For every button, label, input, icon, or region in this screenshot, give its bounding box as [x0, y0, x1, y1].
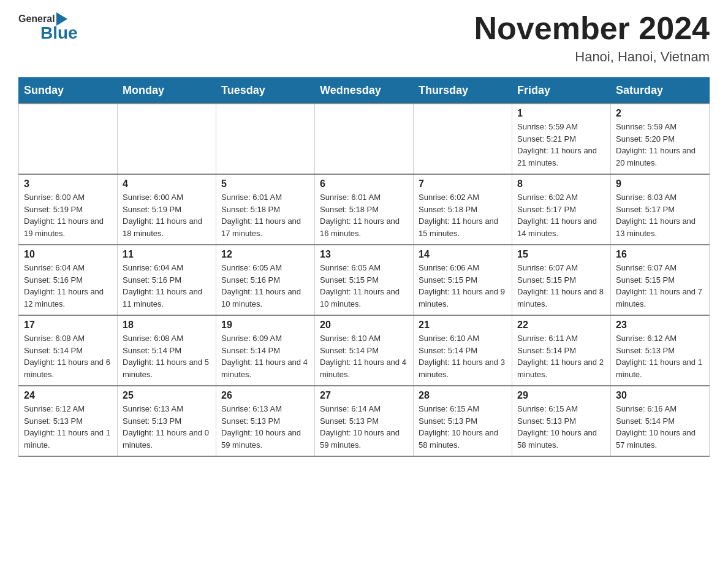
calendar-cell-w3-d2: 11Sunrise: 6:04 AM Sunset: 5:16 PM Dayli… [118, 245, 216, 315]
day-number: 11 [123, 249, 211, 260]
day-number: 5 [221, 178, 309, 190]
day-number: 28 [419, 390, 507, 401]
day-number: 13 [320, 249, 408, 260]
day-info: Sunrise: 6:01 AM Sunset: 5:18 PM Dayligh… [320, 191, 408, 239]
day-info: Sunrise: 6:04 AM Sunset: 5:16 PM Dayligh… [24, 262, 112, 310]
calendar-cell-w3-d1: 10Sunrise: 6:04 AM Sunset: 5:16 PM Dayli… [19, 245, 118, 315]
day-number: 15 [517, 249, 605, 260]
calendar-cell-w4-d1: 17Sunrise: 6:08 AM Sunset: 5:14 PM Dayli… [19, 315, 118, 386]
calendar-cell-w1-d7: 2Sunrise: 5:59 AM Sunset: 5:20 PM Daylig… [611, 104, 710, 174]
day-number: 26 [221, 390, 309, 401]
calendar-cell-w2-d4: 6Sunrise: 6:01 AM Sunset: 5:18 PM Daylig… [315, 174, 414, 245]
calendar-cell-w2-d7: 9Sunrise: 6:03 AM Sunset: 5:17 PM Daylig… [611, 174, 710, 245]
day-number: 12 [221, 249, 309, 260]
calendar-cell-w4-d3: 19Sunrise: 6:09 AM Sunset: 5:14 PM Dayli… [216, 315, 315, 386]
col-sunday: Sunday [19, 78, 118, 104]
day-number: 14 [419, 249, 507, 260]
calendar-cell-w4-d6: 22Sunrise: 6:11 AM Sunset: 5:14 PM Dayli… [512, 315, 611, 386]
day-info: Sunrise: 6:10 AM Sunset: 5:14 PM Dayligh… [419, 332, 507, 380]
week-row-3: 10Sunrise: 6:04 AM Sunset: 5:16 PM Dayli… [19, 245, 710, 315]
calendar-cell-w2-d6: 8Sunrise: 6:02 AM Sunset: 5:17 PM Daylig… [512, 174, 611, 245]
calendar-cell-w1-d1 [19, 104, 118, 174]
week-row-2: 3Sunrise: 6:00 AM Sunset: 5:19 PM Daylig… [19, 174, 710, 245]
day-number: 22 [517, 320, 605, 331]
title-section: November 2024 Hanoi, Hanoi, Vietnam [474, 12, 710, 65]
day-number: 16 [616, 249, 704, 260]
calendar-cell-w4-d5: 21Sunrise: 6:10 AM Sunset: 5:14 PM Dayli… [414, 315, 512, 386]
calendar-cell-w2-d3: 5Sunrise: 6:01 AM Sunset: 5:18 PM Daylig… [216, 174, 315, 245]
week-row-4: 17Sunrise: 6:08 AM Sunset: 5:14 PM Dayli… [19, 315, 710, 386]
calendar-cell-w2-d5: 7Sunrise: 6:02 AM Sunset: 5:18 PM Daylig… [414, 174, 512, 245]
calendar-cell-w1-d3 [216, 104, 315, 174]
calendar-cell-w4-d4: 20Sunrise: 6:10 AM Sunset: 5:14 PM Dayli… [315, 315, 414, 386]
calendar-cell-w3-d3: 12Sunrise: 6:05 AM Sunset: 5:16 PM Dayli… [216, 245, 315, 315]
calendar-cell-w1-d6: 1Sunrise: 5:59 AM Sunset: 5:21 PM Daylig… [512, 104, 611, 174]
logo-blue-text: Blue [40, 23, 78, 43]
day-number: 8 [517, 178, 605, 190]
calendar-table: Sunday Monday Tuesday Wednesday Thursday… [18, 77, 710, 457]
calendar-cell-w3-d7: 16Sunrise: 6:07 AM Sunset: 5:15 PM Dayli… [611, 245, 710, 315]
day-number: 17 [24, 320, 112, 331]
day-number: 9 [616, 178, 704, 190]
col-saturday: Saturday [611, 78, 710, 104]
day-info: Sunrise: 6:15 AM Sunset: 5:13 PM Dayligh… [517, 403, 605, 451]
day-number: 1 [517, 108, 605, 119]
calendar-cell-w5-d4: 27Sunrise: 6:14 AM Sunset: 5:13 PM Dayli… [315, 386, 414, 456]
day-info: Sunrise: 6:09 AM Sunset: 5:14 PM Dayligh… [221, 332, 309, 380]
day-info: Sunrise: 6:16 AM Sunset: 5:14 PM Dayligh… [616, 403, 704, 451]
day-info: Sunrise: 6:04 AM Sunset: 5:16 PM Dayligh… [123, 262, 211, 310]
calendar-cell-w2-d1: 3Sunrise: 6:00 AM Sunset: 5:19 PM Daylig… [19, 174, 118, 245]
day-info: Sunrise: 6:13 AM Sunset: 5:13 PM Dayligh… [221, 403, 309, 451]
page-header: General Blue November 2024 Hanoi, Hanoi,… [18, 12, 710, 65]
calendar-cell-w1-d4 [315, 104, 414, 174]
col-friday: Friday [512, 78, 611, 104]
col-monday: Monday [118, 78, 216, 104]
col-thursday: Thursday [414, 78, 512, 104]
calendar-cell-w5-d2: 25Sunrise: 6:13 AM Sunset: 5:13 PM Dayli… [118, 386, 216, 456]
day-info: Sunrise: 6:05 AM Sunset: 5:16 PM Dayligh… [221, 262, 309, 310]
day-info: Sunrise: 5:59 AM Sunset: 5:20 PM Dayligh… [616, 121, 704, 169]
day-info: Sunrise: 6:00 AM Sunset: 5:19 PM Dayligh… [123, 191, 211, 239]
day-info: Sunrise: 6:11 AM Sunset: 5:14 PM Dayligh… [517, 332, 605, 380]
day-info: Sunrise: 6:12 AM Sunset: 5:13 PM Dayligh… [24, 403, 112, 451]
day-number: 7 [419, 178, 507, 190]
day-info: Sunrise: 6:00 AM Sunset: 5:19 PM Dayligh… [24, 191, 112, 239]
calendar-cell-w3-d5: 14Sunrise: 6:06 AM Sunset: 5:15 PM Dayli… [414, 245, 512, 315]
day-info: Sunrise: 6:07 AM Sunset: 5:15 PM Dayligh… [616, 262, 704, 310]
day-number: 3 [24, 178, 112, 190]
day-info: Sunrise: 6:05 AM Sunset: 5:15 PM Dayligh… [320, 262, 408, 310]
day-info: Sunrise: 6:13 AM Sunset: 5:13 PM Dayligh… [123, 403, 211, 451]
day-info: Sunrise: 6:10 AM Sunset: 5:14 PM Dayligh… [320, 332, 408, 380]
col-wednesday: Wednesday [315, 78, 414, 104]
calendar-cell-w4-d7: 23Sunrise: 6:12 AM Sunset: 5:13 PM Dayli… [611, 315, 710, 386]
day-number: 30 [616, 390, 704, 401]
week-row-5: 24Sunrise: 6:12 AM Sunset: 5:13 PM Dayli… [19, 386, 710, 456]
calendar-cell-w1-d2 [118, 104, 216, 174]
day-info: Sunrise: 5:59 AM Sunset: 5:21 PM Dayligh… [517, 121, 605, 169]
calendar-cell-w5-d7: 30Sunrise: 6:16 AM Sunset: 5:14 PM Dayli… [611, 386, 710, 456]
day-info: Sunrise: 6:03 AM Sunset: 5:17 PM Dayligh… [616, 191, 704, 239]
day-number: 27 [320, 390, 408, 401]
day-number: 29 [517, 390, 605, 401]
day-number: 6 [320, 178, 408, 190]
calendar-cell-w2-d2: 4Sunrise: 6:00 AM Sunset: 5:19 PM Daylig… [118, 174, 216, 245]
day-number: 21 [419, 320, 507, 331]
day-number: 20 [320, 320, 408, 331]
col-tuesday: Tuesday [216, 78, 315, 104]
calendar-header-row: Sunday Monday Tuesday Wednesday Thursday… [19, 78, 710, 104]
calendar-cell-w5-d6: 29Sunrise: 6:15 AM Sunset: 5:13 PM Dayli… [512, 386, 611, 456]
day-info: Sunrise: 6:08 AM Sunset: 5:14 PM Dayligh… [24, 332, 112, 380]
day-number: 10 [24, 249, 112, 260]
day-info: Sunrise: 6:06 AM Sunset: 5:15 PM Dayligh… [419, 262, 507, 310]
calendar-cell-w4-d2: 18Sunrise: 6:08 AM Sunset: 5:14 PM Dayli… [118, 315, 216, 386]
day-info: Sunrise: 6:12 AM Sunset: 5:13 PM Dayligh… [616, 332, 704, 380]
calendar-cell-w3-d4: 13Sunrise: 6:05 AM Sunset: 5:15 PM Dayli… [315, 245, 414, 315]
day-number: 23 [616, 320, 704, 331]
location-text: Hanoi, Hanoi, Vietnam [474, 49, 710, 65]
day-number: 4 [123, 178, 211, 190]
day-info: Sunrise: 6:14 AM Sunset: 5:13 PM Dayligh… [320, 403, 408, 451]
day-info: Sunrise: 6:02 AM Sunset: 5:18 PM Dayligh… [419, 191, 507, 239]
day-number: 18 [123, 320, 211, 331]
day-info: Sunrise: 6:15 AM Sunset: 5:13 PM Dayligh… [419, 403, 507, 451]
calendar-cell-w1-d5 [414, 104, 512, 174]
